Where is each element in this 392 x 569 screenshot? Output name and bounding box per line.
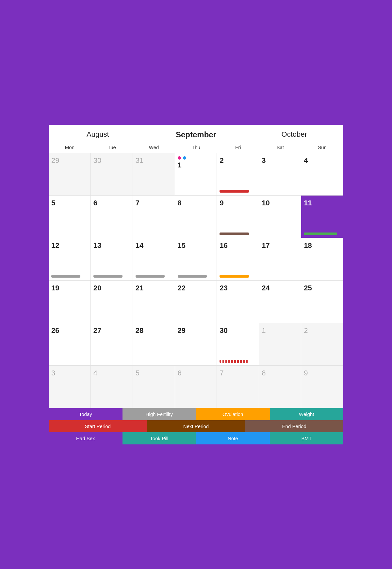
cal-cell[interactable]: 13 (91, 238, 133, 281)
cal-cell[interactable]: 6 (91, 196, 133, 238)
cal-cell[interactable]: 12 (49, 238, 91, 281)
cal-cell[interactable]: 1 (175, 153, 217, 196)
cal-cell[interactable]: 14 (133, 238, 175, 281)
cal-cell[interactable]: 5 (133, 366, 175, 408)
gray-bar (51, 275, 80, 278)
legend-bmt[interactable]: BMT (270, 432, 344, 444)
legend-nextperiod[interactable]: Next Period (147, 420, 245, 432)
cell-indicators (51, 275, 88, 278)
day-number: 1 (262, 326, 298, 335)
legend-note[interactable]: Note (196, 432, 270, 444)
cell-indicators (220, 275, 256, 278)
gray-bar (136, 275, 165, 278)
orange-bar (220, 275, 249, 278)
cal-cell[interactable]: 17 (259, 238, 301, 281)
day-number: 7 (136, 199, 172, 207)
legend-today[interactable]: Today (49, 408, 122, 420)
cal-cell[interactable]: 30 (217, 323, 259, 366)
cell-indicators (220, 233, 256, 235)
cal-cell[interactable]: 8 (175, 196, 217, 238)
cal-cell[interactable]: 21 (133, 281, 175, 323)
day-number: 2 (304, 326, 341, 335)
legend-tookpill[interactable]: Took Pill (122, 432, 196, 444)
day-headers: Mon Tue Wed Thu Fri Sat Sun (49, 142, 343, 153)
red-bar (220, 190, 249, 193)
cal-cell[interactable]: 22 (175, 281, 217, 323)
day-header-tue: Tue (91, 142, 133, 153)
cal-cell[interactable]: 29 (49, 153, 91, 196)
day-number: 23 (220, 284, 256, 292)
day-number: 4 (93, 369, 130, 377)
cal-cell[interactable]: 7 (217, 366, 259, 408)
cal-cell[interactable]: 5 (49, 196, 91, 238)
cal-cell[interactable]: 7 (133, 196, 175, 238)
day-header-wed: Wed (133, 142, 175, 153)
day-number: 29 (51, 156, 88, 165)
day-number: 25 (304, 284, 341, 292)
legend-row3: Had Sex Took Pill Note BMT (49, 432, 343, 444)
cal-cell[interactable]: 25 (301, 281, 343, 323)
cal-cell[interactable]: 1 (259, 323, 301, 366)
pink-dot (178, 156, 181, 160)
cal-cell[interactable]: 8 (259, 366, 301, 408)
day-number: 10 (262, 199, 298, 207)
blue-dot (183, 156, 186, 160)
day-number: 5 (136, 369, 172, 377)
day-number: 6 (178, 369, 214, 377)
day-number: 30 (93, 156, 130, 165)
cal-cell[interactable]: 2 (217, 153, 259, 196)
cal-cell[interactable]: 27 (91, 323, 133, 366)
cal-cell[interactable]: 26 (49, 323, 91, 366)
cal-cell[interactable]: 15 (175, 238, 217, 281)
cal-cell[interactable]: 9 (301, 366, 343, 408)
cal-cell[interactable]: 29 (175, 323, 217, 366)
cal-cell[interactable]: 20 (91, 281, 133, 323)
cal-cell[interactable]: 3 (49, 366, 91, 408)
legend-endperiod[interactable]: End Period (245, 420, 343, 432)
day-number: 28 (136, 326, 172, 335)
cal-cell[interactable]: 18 (301, 238, 343, 281)
legend-hadsex[interactable]: Had Sex (49, 432, 122, 444)
day-number: 3 (262, 156, 298, 165)
legend-highfertility[interactable]: High Fertility (122, 408, 196, 420)
cal-cell[interactable]: 4 (91, 366, 133, 408)
cal-cell[interactable]: 23 (217, 281, 259, 323)
day-number: 7 (220, 369, 256, 377)
legend-weight[interactable]: Weight (270, 408, 344, 420)
day-number: 6 (93, 199, 130, 207)
cal-cell[interactable]: 11 (301, 196, 343, 238)
cal-cell[interactable]: 24 (259, 281, 301, 323)
day-number: 5 (51, 199, 88, 207)
day-header-sat: Sat (259, 142, 301, 153)
cal-cell[interactable]: 9 (217, 196, 259, 238)
cell-indicators (304, 233, 341, 235)
calendar-grid: 2930311234567891011121314151617181920212… (49, 153, 343, 408)
cal-cell[interactable]: 2 (301, 323, 343, 366)
cal-cell[interactable]: 3 (259, 153, 301, 196)
day-number: 14 (136, 241, 172, 250)
cal-cell[interactable]: 30 (91, 153, 133, 196)
cell-indicators (220, 360, 256, 363)
day-number: 16 (220, 241, 256, 250)
dot-row (178, 156, 214, 160)
striped-red-bar (220, 360, 249, 363)
cell-indicators (178, 275, 214, 278)
legend-ovulation[interactable]: Ovulation (196, 408, 270, 420)
cal-cell[interactable]: 10 (259, 196, 301, 238)
day-number: 3 (51, 369, 88, 377)
day-header-thu: Thu (175, 142, 217, 153)
day-number: 20 (93, 284, 130, 292)
cell-indicators (220, 190, 256, 193)
legend-startperiod[interactable]: Start Period (49, 420, 147, 432)
cal-cell[interactable]: 16 (217, 238, 259, 281)
day-number: 1 (178, 161, 214, 169)
cal-cell[interactable]: 6 (175, 366, 217, 408)
green-bar (304, 233, 337, 235)
cal-cell[interactable]: 4 (301, 153, 343, 196)
cal-cell[interactable]: 19 (49, 281, 91, 323)
cal-cell[interactable]: 31 (133, 153, 175, 196)
day-number: 27 (93, 326, 130, 335)
cal-cell[interactable]: 28 (133, 323, 175, 366)
legend-row1: Today High Fertility Ovulation Weight (49, 408, 343, 420)
gray-bar (93, 275, 122, 278)
